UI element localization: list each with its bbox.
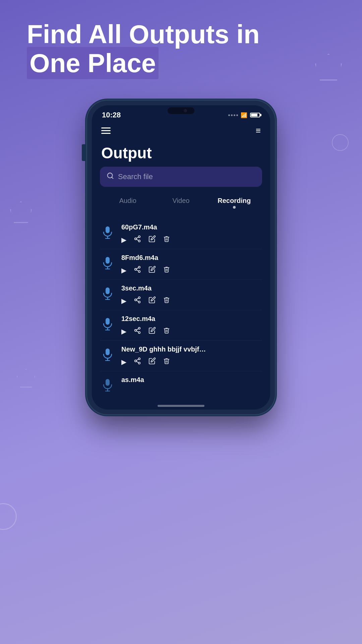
edit-button-3[interactable] <box>148 296 156 305</box>
signal-icon <box>228 114 238 116</box>
file-info-1: 60pG7.m4a ▶ <box>121 223 262 244</box>
search-placeholder: Search file <box>118 172 153 181</box>
svg-rect-2 <box>106 226 110 233</box>
file-item: 12sec.m4a ▶ <box>100 310 262 341</box>
mic-icon-6 <box>100 377 115 393</box>
battery-icon <box>250 113 260 117</box>
edit-button-4[interactable] <box>148 327 156 336</box>
play-button-3[interactable]: ▶ <box>121 297 126 305</box>
menu-button[interactable] <box>101 127 111 134</box>
svg-line-33 <box>136 329 138 330</box>
file-list: 60pG7.m4a ▶ <box>92 215 270 401</box>
tab-audio-label: Audio <box>119 197 136 204</box>
hamburger-line-3 <box>101 133 111 134</box>
mic-icon-3 <box>100 286 115 301</box>
phone-screen: 10:28 📶 <box>92 105 270 410</box>
file-info-4: 12sec.m4a ▶ <box>121 315 262 336</box>
file-name-2: 8Fmd6.m4a <box>121 254 262 262</box>
file-name-5: New_9D ghhh bbjjf vvbjfg church vhhdc <box>121 345 208 353</box>
deco-circle-right <box>332 134 349 151</box>
home-indicator <box>92 401 270 410</box>
tab-recording[interactable]: Recording <box>207 194 261 212</box>
file-name-1: 60pG7.m4a <box>121 223 262 231</box>
play-button-5[interactable]: ▶ <box>121 358 126 366</box>
phone-outer-frame: 10:28 📶 <box>87 101 275 414</box>
edit-button-5[interactable] <box>148 357 156 366</box>
play-button-1[interactable]: ▶ <box>121 236 126 244</box>
file-item: 60pG7.m4a ▶ <box>100 219 262 249</box>
delete-button-4[interactable] <box>163 327 170 336</box>
tab-video[interactable]: Video <box>155 194 208 212</box>
file-name-6: as.m4a <box>121 376 262 384</box>
svg-line-24 <box>136 300 138 302</box>
file-name-4: 12sec.m4a <box>121 315 262 323</box>
edit-button-2[interactable] <box>148 266 156 275</box>
svg-rect-34 <box>106 348 110 355</box>
svg-line-41 <box>136 359 138 361</box>
file-item: as.m4a <box>100 371 262 397</box>
svg-line-40 <box>136 361 138 363</box>
share-button-1[interactable] <box>134 235 141 244</box>
svg-line-9 <box>136 237 138 238</box>
file-info-6: as.m4a <box>121 376 262 388</box>
share-button-3[interactable] <box>134 296 141 305</box>
hero-title: Find All Outputs in One Place <box>27 20 335 78</box>
tab-active-indicator <box>233 206 236 209</box>
status-time: 10:28 <box>102 111 121 119</box>
play-button-2[interactable]: ▶ <box>121 266 126 274</box>
svg-line-8 <box>136 239 138 240</box>
file-item: 8Fmd6.m4a ▶ <box>100 249 262 280</box>
share-button-2[interactable] <box>134 266 141 275</box>
svg-line-17 <box>136 268 138 269</box>
hamburger-line-1 <box>101 127 111 128</box>
share-button-5[interactable] <box>134 357 141 366</box>
share-button-4[interactable] <box>134 327 141 336</box>
mic-icon-1 <box>100 225 115 240</box>
svg-line-16 <box>136 270 138 271</box>
camera-dot <box>184 109 187 112</box>
tab-audio[interactable]: Audio <box>101 194 155 212</box>
svg-rect-42 <box>106 379 110 386</box>
svg-line-1 <box>112 177 113 178</box>
hamburger-line-2 <box>101 130 111 131</box>
file-actions-4: ▶ <box>121 327 262 336</box>
file-info-3: 3sec.m4a ▶ <box>121 284 262 305</box>
home-bar <box>158 405 204 407</box>
svg-rect-18 <box>106 287 110 294</box>
deco-pentagon-bottom-left <box>17 369 35 387</box>
hero-title-highlight: One Place <box>27 47 159 79</box>
delete-button-1[interactable] <box>163 235 170 244</box>
file-actions-2: ▶ <box>121 266 262 275</box>
wifi-icon: 📶 <box>241 112 247 118</box>
app-header: ≡ <box>92 122 270 138</box>
delete-button-5[interactable] <box>163 357 170 366</box>
page-title: Output <box>92 138 270 167</box>
delete-button-2[interactable] <box>163 266 170 275</box>
file-item: New_9D ghhh bbjjf vvbjfg church vhhdc ▶ <box>100 341 262 371</box>
hero-title-line2: One Place <box>29 48 156 78</box>
file-name-3: 3sec.m4a <box>121 284 262 292</box>
delete-button-3[interactable] <box>163 296 170 305</box>
tab-recording-label: Recording <box>218 197 251 204</box>
notch-inner <box>168 107 194 114</box>
battery-fill <box>251 114 257 116</box>
file-info-2: 8Fmd6.m4a ▶ <box>121 254 262 275</box>
svg-rect-10 <box>106 257 110 264</box>
play-button-4[interactable]: ▶ <box>121 327 126 335</box>
svg-line-25 <box>136 298 138 300</box>
mic-icon-5 <box>100 347 115 362</box>
file-info-5: New_9D ghhh bbjjf vvbjfg church vhhdc ▶ <box>121 345 262 366</box>
filter-button[interactable]: ≡ <box>256 125 261 136</box>
deco-pentagon-left-mid <box>10 201 32 223</box>
status-bar: 10:28 📶 <box>92 105 270 122</box>
phone-mockup: 10:28 📶 <box>87 101 275 414</box>
file-actions-5: ▶ <box>121 357 262 366</box>
mic-icon-2 <box>100 255 115 271</box>
edit-button-1[interactable] <box>148 235 156 244</box>
file-actions-1: ▶ <box>121 235 262 244</box>
search-bar[interactable]: Search file <box>100 167 262 187</box>
tabs-row: Audio Video Recording <box>92 194 270 212</box>
file-actions-3: ▶ <box>121 296 262 305</box>
hero-title-line1: Find All Outputs in <box>27 19 260 49</box>
deco-circle-bottom-left <box>0 503 17 530</box>
